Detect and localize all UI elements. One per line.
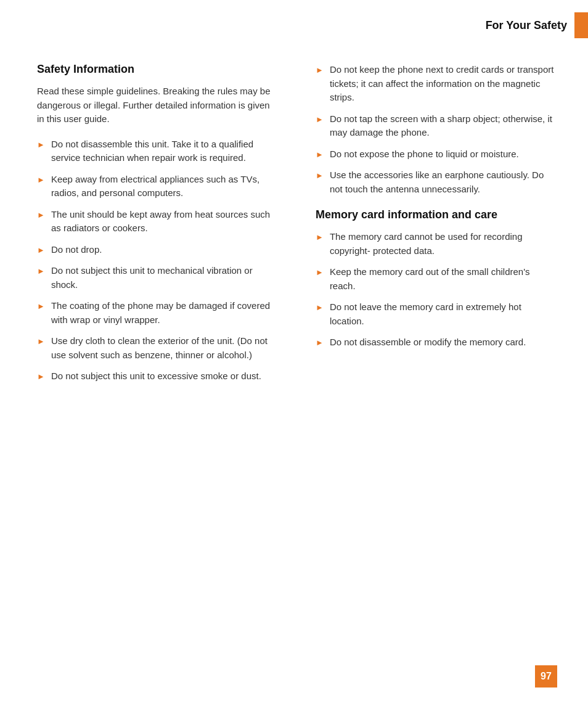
bullet-text: Use the accessories like an earphone cau… <box>330 168 557 196</box>
bullet-text: The coating of the phone may be damaged … <box>51 299 279 327</box>
bullet-text: Use dry cloth to clean the exterior of t… <box>51 334 279 362</box>
bullet-text: Do not expose the phone to liquid or moi… <box>330 147 557 162</box>
memory-card-section-title: Memory card information and care <box>316 208 557 221</box>
bullet-text: Do not tap the screen with a sharp objec… <box>330 112 557 140</box>
bullet-arrow-icon: ► <box>316 302 324 314</box>
header-accent-bar <box>574 12 588 38</box>
list-item: ► Do not subject this unit to mechanical… <box>37 264 279 292</box>
list-item: ► Do not tap the screen with a sharp obj… <box>316 112 557 140</box>
list-item: ► Do not subject this unit to excessive … <box>37 369 279 384</box>
bullet-text: Do not subject this unit to mechanical v… <box>51 264 279 292</box>
list-item: ► Keep away from electrical appliances s… <box>37 173 279 200</box>
list-item: ► Do not expose the phone to liquid or m… <box>316 147 557 162</box>
bullet-arrow-icon: ► <box>37 371 45 383</box>
bullet-text: Do not drop. <box>51 243 279 257</box>
list-item: ► Use dry cloth to clean the exterior of… <box>37 334 279 362</box>
bullet-text: The memory card cannot be used for recor… <box>330 230 557 258</box>
bullet-arrow-icon: ► <box>316 337 324 349</box>
bullet-arrow-icon: ► <box>316 231 324 244</box>
bullet-arrow-icon: ► <box>37 209 45 221</box>
page-header: For Your Safety <box>0 0 588 44</box>
bullet-text: Do not leave the memory card in extremel… <box>330 300 557 328</box>
bullet-arrow-icon: ► <box>316 113 324 126</box>
bullet-text: Do not disassemble this unit. Take it to… <box>51 138 279 165</box>
bullet-text: Do not subject this unit to excessive sm… <box>51 369 279 384</box>
list-item: ► The unit should be kept away from heat… <box>37 208 279 236</box>
bullet-arrow-icon: ► <box>316 266 324 279</box>
list-item: ► Do not disassemble this unit. Take it … <box>37 138 279 165</box>
page-number: 97 <box>535 665 557 688</box>
memory-bullet-list: ► The memory card cannot be used for rec… <box>316 230 557 350</box>
top-bullet-list: ► Do not keep the phone next to credit c… <box>316 63 557 196</box>
bullet-arrow-icon: ► <box>37 244 45 257</box>
bullet-arrow-icon: ► <box>37 174 45 186</box>
content-area: Safety Information Read these simple gui… <box>0 51 588 416</box>
list-item: ► Do not leave the memory card in extrem… <box>316 300 557 328</box>
safety-intro-text: Read these simple guidelines. Breaking t… <box>37 84 279 126</box>
header-title: For Your Safety <box>486 19 574 32</box>
list-item: ► Keep the memory card out of the small … <box>316 265 557 293</box>
bullet-text: The unit should be kept away from heat s… <box>51 208 279 236</box>
list-item: ► Do not disassemble or modify the memor… <box>316 335 557 350</box>
list-item: ► Use the accessories like an earphone c… <box>316 168 557 196</box>
bullet-arrow-icon: ► <box>37 300 45 313</box>
bullet-arrow-icon: ► <box>37 139 45 151</box>
safety-bullet-list: ► Do not disassemble this unit. Take it … <box>37 138 279 384</box>
bullet-text: Keep away from electrical appliances suc… <box>51 173 279 200</box>
bullet-arrow-icon: ► <box>316 170 324 182</box>
list-item: ► Do not keep the phone next to credit c… <box>316 63 557 105</box>
bullet-arrow-icon: ► <box>37 265 45 277</box>
bullet-arrow-icon: ► <box>37 335 45 348</box>
list-item: ► The coating of the phone may be damage… <box>37 299 279 327</box>
bullet-text: Do not keep the phone next to credit car… <box>330 63 557 105</box>
right-column: ► Do not keep the phone next to credit c… <box>309 63 557 391</box>
list-item: ► The memory card cannot be used for rec… <box>316 230 557 258</box>
bullet-arrow-icon: ► <box>316 64 324 76</box>
bullet-text: Keep the memory card out of the small ch… <box>330 265 557 293</box>
list-item: ► Do not drop. <box>37 243 279 257</box>
bullet-text: Do not disassemble or modify the memory … <box>330 335 557 350</box>
left-column: Safety Information Read these simple gui… <box>37 63 285 391</box>
bullet-arrow-icon: ► <box>316 149 324 161</box>
safety-information-title: Safety Information <box>37 63 279 76</box>
